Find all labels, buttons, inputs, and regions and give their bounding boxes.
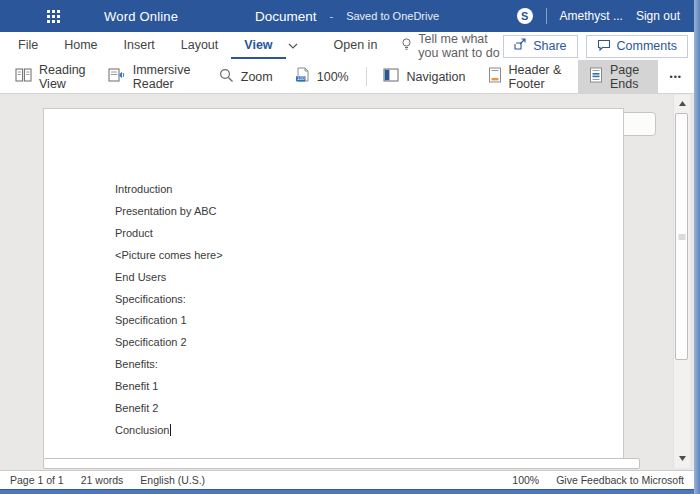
text-cursor: [170, 424, 171, 436]
comments-label: Comments: [617, 39, 677, 53]
reading-view-icon: [15, 68, 32, 85]
immersive-reader-icon: [108, 68, 126, 85]
doc-line[interactable]: Benefit 2: [115, 398, 223, 420]
reading-view-label: Reading View: [39, 63, 86, 91]
doc-line-text: Conclusion: [115, 424, 169, 436]
navigation-label: Navigation: [406, 70, 465, 84]
window-frame-bottom: [0, 489, 700, 494]
scrollbar-grip: [678, 234, 685, 239]
header-footer-label: Header & Footer: [509, 63, 567, 91]
window-frame-right: [694, 0, 700, 494]
horizontal-scrollbar-thumb[interactable]: [43, 458, 640, 469]
scroll-up-button[interactable]: [674, 95, 690, 111]
save-status: Saved to OneDrive: [346, 10, 439, 22]
sign-out-link[interactable]: Sign out: [636, 9, 680, 23]
doc-line[interactable]: Conclusion: [115, 420, 223, 442]
horizontal-scrollbar[interactable]: [0, 458, 666, 470]
statusbar-left: Page 1 of 1 21 words English (U.S.): [0, 474, 205, 486]
skype-icon[interactable]: S: [517, 8, 533, 24]
immersive-reader-button[interactable]: Immersive Reader: [97, 60, 208, 93]
doc-line[interactable]: End Users: [115, 267, 223, 289]
doc-line[interactable]: Specification 1: [115, 310, 223, 332]
svg-text:100: 100: [297, 76, 305, 81]
title-separator: -: [329, 10, 333, 22]
page-ends-icon: [589, 67, 603, 86]
document-page[interactable]: Introduction Presentation by ABC Product…: [43, 108, 624, 458]
document-title[interactable]: Document: [255, 9, 317, 24]
doc-line[interactable]: <Picture comes here>: [115, 245, 223, 267]
vertical-scrollbar-thumb[interactable]: [675, 113, 688, 360]
menu-actions: Share Comments: [503, 35, 694, 58]
tell-me-box[interactable]: Tell me what you want to do: [401, 32, 503, 60]
app-launcher-waffle-icon[interactable]: [47, 10, 60, 23]
header-footer-icon: [488, 67, 502, 86]
share-label: Share: [533, 39, 566, 53]
topbar-divider: [546, 8, 547, 24]
immersive-reader-label: Immersive Reader: [133, 63, 197, 91]
feedback-link[interactable]: Give Feedback to Microsoft: [556, 474, 684, 486]
page-ends-label: Page Ends: [610, 63, 647, 91]
ribbon-divider: [366, 67, 367, 86]
language-indicator[interactable]: English (U.S.): [140, 474, 205, 486]
doc-line[interactable]: Benefit 1: [115, 376, 223, 398]
word-online-window: Word Online Document - Saved to OneDrive…: [0, 0, 700, 494]
user-name[interactable]: Amethyst ...: [560, 9, 623, 23]
lightbulb-icon: [401, 38, 412, 54]
app-name: Word Online: [104, 9, 178, 24]
statusbar-right: 100% Give Feedback to Microsoft: [512, 474, 694, 486]
doc-line[interactable]: Benefits:: [115, 354, 223, 376]
chevron-down-icon[interactable]: [288, 43, 298, 49]
zoom-100-label: 100%: [317, 70, 349, 84]
document-title-group: Document - Saved to OneDrive: [255, 9, 439, 24]
zoom-label: Zoom: [241, 70, 273, 84]
comment-icon: [597, 39, 611, 54]
tab-layout[interactable]: Layout: [168, 33, 232, 59]
tab-home[interactable]: Home: [51, 33, 110, 59]
comments-button[interactable]: Comments: [586, 35, 688, 58]
share-button[interactable]: Share: [503, 35, 577, 58]
doc-line[interactable]: Introduction: [115, 179, 223, 201]
share-icon: [514, 38, 527, 54]
header-footer-button[interactable]: Header & Footer: [477, 60, 578, 93]
vertical-scrollbar[interactable]: [673, 95, 690, 468]
document-text[interactable]: Introduction Presentation by ABC Product…: [115, 179, 223, 442]
tab-insert[interactable]: Insert: [111, 33, 168, 59]
tell-me-label: Tell me what you want to do: [418, 32, 503, 60]
zoom-button[interactable]: Zoom: [208, 60, 284, 93]
zoom-icon: [219, 68, 234, 86]
view-ribbon: Reading View Immersive Reader Zoom 100 1…: [0, 60, 694, 94]
doc-line[interactable]: Specification 2: [115, 332, 223, 354]
document-canvas: Introduction Presentation by ABC Product…: [0, 94, 694, 470]
word-count: 21 words: [81, 474, 124, 486]
doc-line[interactable]: Specifications:: [115, 289, 223, 311]
page-ends-button[interactable]: Page Ends: [578, 60, 658, 93]
zoom-100-icon: 100: [295, 67, 310, 86]
zoom-level[interactable]: 100%: [512, 474, 539, 486]
tab-view[interactable]: View: [231, 33, 285, 59]
ribbon-overflow-button[interactable]: •••: [658, 60, 694, 93]
reading-view-button[interactable]: Reading View: [4, 60, 97, 93]
scroll-down-button[interactable]: [674, 450, 690, 466]
tab-file[interactable]: File: [5, 33, 51, 59]
page-count: Page 1 of 1: [10, 474, 64, 486]
topbar: Word Online Document - Saved to OneDrive…: [0, 0, 694, 32]
doc-line[interactable]: Presentation by ABC: [115, 201, 223, 223]
statusbar: Page 1 of 1 21 words English (U.S.) 100%…: [0, 470, 694, 489]
navigation-button[interactable]: Navigation: [372, 60, 476, 93]
open-in-word-button[interactable]: Open in Word: [324, 33, 390, 59]
topbar-right: S Amethyst ... Sign out: [517, 8, 694, 24]
zoom-100-button[interactable]: 100 100%: [284, 60, 360, 93]
doc-line[interactable]: Product: [115, 223, 223, 245]
menubar: File Home Insert Layout View Open in Wor…: [0, 32, 694, 60]
navigation-icon: [383, 68, 399, 85]
